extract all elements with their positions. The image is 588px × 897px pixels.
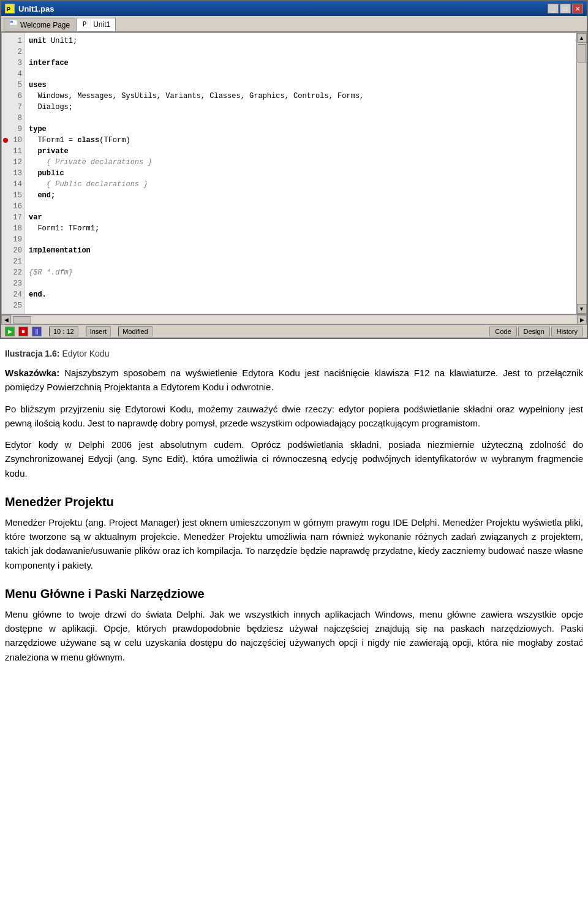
- article-content: Ilustracja 1.6: Edytor Kodu Wskazówka: N…: [0, 339, 588, 684]
- scroll-h-track: [11, 316, 577, 324]
- section1-heading: Menedżer Projektu: [5, 495, 583, 509]
- close-button[interactable]: ✕: [572, 4, 583, 13]
- code-line-24: end.: [29, 289, 573, 300]
- svg-text:P: P: [7, 6, 10, 12]
- tab-unit1[interactable]: P Unit1: [77, 18, 116, 31]
- code-line-6: Windows, Messages, SysUtils, Variants, C…: [29, 91, 573, 102]
- code-editor[interactable]: 1 2 3 4 5 6 7 8 9 10 11 12 13 14 15 16 1…: [1, 32, 587, 314]
- cursor-position: 10 : 12: [49, 327, 78, 336]
- line-num-18: 18: [2, 223, 24, 234]
- line-num-1: 1: [2, 36, 24, 47]
- maximize-button[interactable]: □: [560, 4, 571, 13]
- tab-welcome-page[interactable]: Welcome Page: [4, 18, 75, 31]
- tab-icon-unit1: P: [82, 20, 91, 30]
- code-line-9: type: [29, 124, 573, 135]
- code-line-13: public: [29, 168, 573, 179]
- vertical-scrollbar[interactable]: ▲ ▼: [576, 33, 586, 314]
- line-num-8: 8: [2, 113, 24, 124]
- code-line-22: {$R *.dfm}: [29, 267, 573, 278]
- code-line-5: uses: [29, 80, 573, 91]
- code-line-14: { Public declarations }: [29, 179, 573, 190]
- code-line-17: var: [29, 212, 573, 223]
- line-num-17: 17: [2, 212, 24, 223]
- line-num-9: 9: [2, 124, 24, 135]
- paragraph-2: Po bliższym przyjrzeniu się Edytorowi Ko…: [5, 402, 583, 431]
- pause-button[interactable]: ||: [32, 327, 42, 336]
- tip-label: Wskazówka:: [5, 368, 59, 378]
- scroll-h-thumb[interactable]: [13, 316, 31, 324]
- caption-prefix: Ilustracja 1.6:: [5, 349, 60, 358]
- line-num-14: 14: [2, 179, 24, 190]
- titlebar-buttons: _ □ ✕: [548, 4, 583, 13]
- paragraph-3: Edytor kody w Delphi 2006 jest absolutny…: [5, 437, 583, 480]
- line-num-13: 13: [2, 168, 24, 179]
- tab-design[interactable]: Design: [518, 327, 550, 336]
- paragraph-1: Wskazówka: Najszybszym sposobem na wyświ…: [5, 366, 583, 395]
- section1-paragraph-1: Menedżer Projektu (ang. Project Manager)…: [5, 515, 583, 572]
- scroll-left-button[interactable]: ◀: [1, 315, 11, 325]
- line-num-2: 2: [2, 47, 24, 58]
- play-button[interactable]: ▶: [5, 327, 15, 336]
- titlebar: P Unit1.pas _ □ ✕: [1, 1, 587, 16]
- editor-tabs: Welcome Page P Unit1: [1, 16, 587, 32]
- tab-history[interactable]: History: [551, 327, 583, 336]
- code-line-12: { Private declarations }: [29, 157, 573, 168]
- tab-welcome-label: Welcome Page: [20, 21, 70, 29]
- line-numbers: 1 2 3 4 5 6 7 8 9 10 11 12 13 14 15 16 1…: [2, 33, 25, 314]
- edit-mode: Insert: [86, 327, 111, 336]
- scroll-right-button[interactable]: ▶: [577, 315, 587, 325]
- app-icon: P: [5, 4, 15, 13]
- caption-text: Edytor Kodu: [62, 349, 109, 358]
- code-line-8: [29, 113, 573, 124]
- tab-code[interactable]: Code: [489, 327, 516, 336]
- line-num-24: 24: [2, 289, 24, 300]
- line-num-5: 5: [2, 80, 24, 91]
- paragraph-1-text: Najszybszym sposobem na wyświetlenie Edy…: [5, 368, 583, 392]
- code-line-20: implementation: [29, 245, 573, 256]
- figure-caption: Ilustracja 1.6: Edytor Kodu: [5, 349, 583, 358]
- status-bar: ▶ ■ || 10 : 12 Insert Modified Code Desi…: [1, 324, 587, 338]
- line-num-19: 19: [2, 234, 24, 245]
- code-text-area[interactable]: unit Unit1; interface uses Windows, Mess…: [25, 33, 576, 314]
- minimize-button[interactable]: _: [548, 4, 559, 13]
- section2-heading: Menu Główne i Paski Narzędziowe: [5, 587, 583, 601]
- svg-text:P: P: [83, 21, 86, 28]
- line-num-10: 10: [2, 135, 24, 146]
- line-num-11: 11: [2, 146, 24, 157]
- svg-rect-4: [10, 21, 13, 23]
- file-state: Modified: [118, 327, 153, 336]
- code-line-19: [29, 234, 573, 245]
- line-num-21: 21: [2, 256, 24, 267]
- line-num-25: 25: [2, 300, 24, 311]
- scroll-thumb[interactable]: [578, 44, 586, 62]
- code-line-7: Dialogs;: [29, 102, 573, 113]
- code-line-21: [29, 256, 573, 267]
- line-num-12: 12: [2, 157, 24, 168]
- section2-paragraph-1: Menu główne to twoje drzwi do świata Del…: [5, 607, 583, 664]
- code-line-1: unit Unit1;: [29, 36, 573, 47]
- playback-controls: ▶ ■ ||: [5, 325, 42, 338]
- tab-unit1-label: Unit1: [93, 20, 110, 29]
- code-line-25: [29, 300, 573, 311]
- code-line-4: [29, 69, 573, 80]
- line-num-23: 23: [2, 278, 24, 289]
- horizontal-scrollbar[interactable]: ◀ ▶: [1, 314, 587, 324]
- titlebar-left: P Unit1.pas: [5, 4, 55, 13]
- line-num-6: 6: [2, 91, 24, 102]
- scroll-up-button[interactable]: ▲: [577, 33, 587, 43]
- code-line-11: private: [29, 146, 573, 157]
- code-line-23: [29, 278, 573, 289]
- code-line-3: interface: [29, 58, 573, 69]
- view-tabs: Code Design History: [489, 327, 583, 336]
- line-num-4: 4: [2, 69, 24, 80]
- scroll-down-button[interactable]: ▼: [577, 304, 587, 314]
- code-line-15: end;: [29, 190, 573, 201]
- line-num-15: 15: [2, 190, 24, 201]
- ide-window: P Unit1.pas _ □ ✕ Welcome Page: [0, 0, 588, 339]
- stop-button[interactable]: ■: [18, 327, 28, 336]
- code-line-16: [29, 201, 573, 212]
- line-num-7: 7: [2, 102, 24, 113]
- code-line-18: Form1: TForm1;: [29, 223, 573, 234]
- line-num-22: 22: [2, 267, 24, 278]
- code-line-2: [29, 47, 573, 58]
